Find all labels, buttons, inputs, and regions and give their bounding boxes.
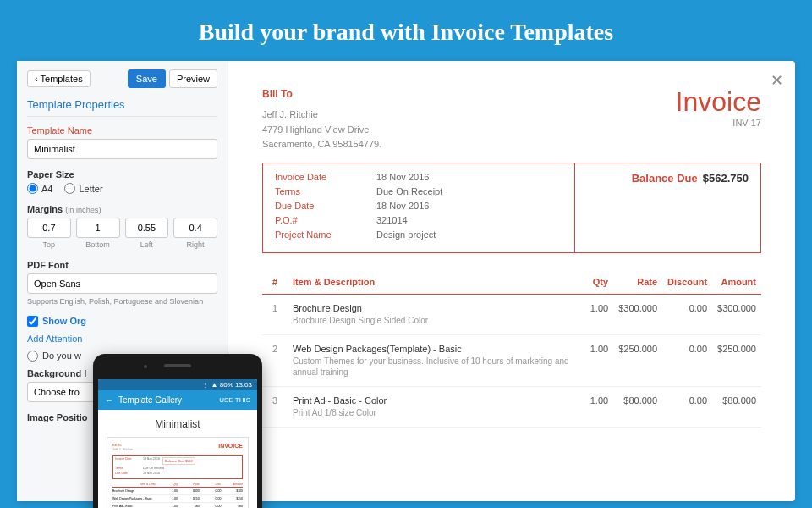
close-icon[interactable]: ✕ <box>771 71 783 90</box>
margin-right-input[interactable] <box>173 218 217 238</box>
invoice-preview: Bill To Jeff J. Ritchie 4779 Highland Vi… <box>228 61 795 501</box>
margins-label: Margins (in inches) <box>27 204 217 214</box>
paper-letter-option[interactable]: Letter <box>64 183 102 194</box>
back-button[interactable]: ‹ Templates <box>27 70 91 87</box>
paper-a4-radio[interactable] <box>27 183 38 194</box>
pdf-font-label: PDF Font <box>27 260 217 270</box>
table-row: 3 Print Ad - Basic - ColorPrint Ad 1/8 s… <box>262 386 761 427</box>
items-table: # Item & Description Qty Rate Discount A… <box>262 270 761 428</box>
show-org-checkbox[interactable] <box>27 316 38 327</box>
back-arrow-icon[interactable]: ← <box>105 395 113 405</box>
modal-card: ✕ ‹ Templates Save Preview Template Prop… <box>17 61 795 501</box>
template-name-input[interactable] <box>27 139 217 159</box>
table-row: 1 Brochure DesignBrochure Design Single … <box>262 294 761 334</box>
margin-left-input[interactable] <box>125 218 169 238</box>
phone-invoice-thumb[interactable]: Bill ToJeff J. Ritchie INVOICE Invoice D… <box>107 437 249 508</box>
paper-a4-option[interactable]: A4 <box>27 183 52 194</box>
bill-to-block: Bill To Jeff J. Ritchie 4779 Highland Vi… <box>262 86 381 152</box>
save-button[interactable]: Save <box>128 69 166 88</box>
phone-mockup: ⋮ ▲ 80% 13:03 ← Template Gallery USE THI… <box>93 354 262 508</box>
section-title: Template Properties <box>27 98 217 117</box>
paper-size-label: Paper Size <box>27 169 217 179</box>
pdf-font-select[interactable] <box>27 273 217 294</box>
phone-status-bar: ⋮ ▲ 80% 13:03 <box>98 379 257 390</box>
pdf-font-helper: Supports English, Polish, Portuguese and… <box>27 297 217 307</box>
do-you-radio[interactable] <box>27 351 38 362</box>
table-row: 2 Web Design Packages(Template) - BasicC… <box>262 334 761 386</box>
margin-top-input[interactable] <box>27 218 71 238</box>
margin-bottom-input[interactable] <box>76 218 120 238</box>
phone-app-title: Template Gallery <box>118 395 182 405</box>
phone-app-bar: ← Template Gallery USE THIS <box>98 390 257 410</box>
invoice-title-block: Invoice INV-17 <box>676 86 761 128</box>
template-name-label: Template Name <box>27 125 217 135</box>
hero-title: Build your brand with Invoice Templates <box>0 0 812 61</box>
paper-letter-radio[interactable] <box>64 183 75 194</box>
add-attention-link[interactable]: Add Attention <box>27 334 217 344</box>
phone-template-name: Minimalist <box>107 418 249 430</box>
preview-button[interactable]: Preview <box>169 69 217 88</box>
use-this-button[interactable]: USE THIS <box>219 396 250 404</box>
invoice-meta: Invoice Date18 Nov 2016 TermsDue On Rece… <box>262 163 761 253</box>
